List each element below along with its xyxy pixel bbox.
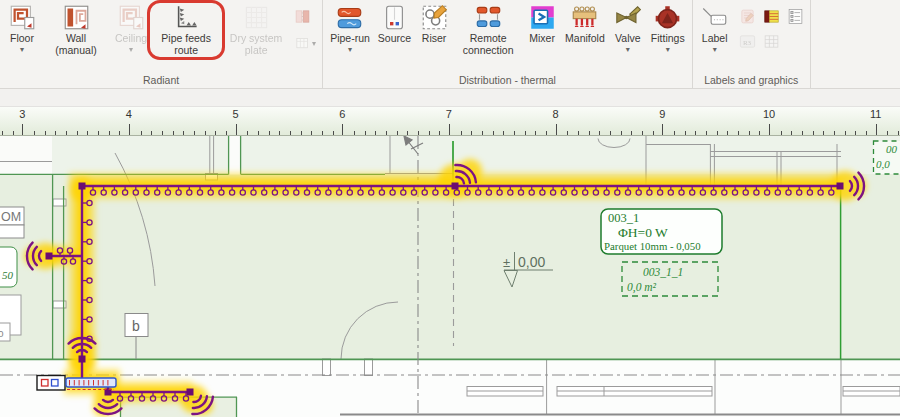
floor-button[interactable]: Floor▾ [3,1,41,65]
label-icon [701,4,728,31]
grid-table-button[interactable] [762,32,781,51]
dry-system-plate-button[interactable]: Dry system plate [221,1,291,65]
left-box-label: OM [1,210,21,224]
ruler-minor-tick [98,131,99,136]
group-label-radiant: Radiant [3,74,319,88]
riser-button[interactable]: Riser [415,1,453,65]
pipe-feeds-route-button[interactable]: Pipe feeds route [151,1,221,65]
manifold-button[interactable]: Manifold [561,1,609,65]
ceiling-button[interactable]: Ceiling▾ [111,1,151,65]
ruler-minor-tick [45,131,46,136]
ruler-major-tick [556,124,557,135]
ruler-minor-tick [226,131,227,136]
ruler-minor-tick [354,131,355,136]
ruler-major-tick [342,124,343,135]
left-green-label: 50 [2,269,14,281]
wall-manual-label: Wall (manual) [45,33,107,57]
radiant-extra: ▾ [291,1,319,53]
room-heat: ΦH=0 W [618,225,668,240]
schedule-button[interactable] [786,7,805,26]
dropdown-caret-icon: ▾ [312,40,316,48]
level-value: 0,00 [518,254,545,270]
label-label: Label [702,33,728,45]
ruler-minor-tick [194,131,195,136]
group-label-labels-graphics: Labels and graphics [696,74,807,88]
source-button[interactable]: Source [374,1,415,65]
ruler-minor-tick [418,131,419,136]
ruler-major-tick [236,124,237,135]
legend-button[interactable] [762,7,781,26]
corner-zone-label[interactable]: 00 0,0 [874,141,900,174]
mixer-button[interactable]: Mixer [523,1,561,65]
riser-icon [421,4,448,31]
dropdown-caret-icon: ▾ [666,46,670,54]
svg-text:b: b [132,318,140,334]
ribbon: Floor▾Wall (manual)Ceiling▾Pipe feeds ro… [0,0,900,89]
icon-row [738,7,805,26]
ruler-minor-tick [706,131,707,136]
ruler-minor-tick [759,131,760,136]
ruler-minor-tick [66,131,67,136]
dropdown-caret-icon: ▾ [20,46,24,54]
dropdown-caret-icon: ▾ [713,46,717,54]
dropdown-caret-icon: ▾ [348,46,352,54]
ribbon-group-distribution-thermal: Pipe-run▾SourceRiserRemote connectionMix… [323,0,693,88]
panels-button[interactable] [293,7,317,26]
ribbon-group-radiant: Floor▾Wall (manual)Ceiling▾Pipe feeds ro… [0,0,323,88]
ruler-minor-tick [642,131,643,136]
ruler-minor-tick [493,131,494,136]
ruler-minor-tick [386,131,387,136]
label-button[interactable]: Label▾ [696,1,734,65]
ruler-minor-tick [482,131,483,136]
wall-manual-button[interactable]: Wall (manual) [41,1,111,65]
small-grid-icon [294,35,311,52]
ruler-minor-tick [802,131,803,136]
ruler-number: 11 [870,108,881,120]
zone-number: 003_1_1 [643,266,683,278]
valve-icon [614,4,641,31]
ruler-minor-tick [2,131,3,136]
manifold-icon [571,4,598,31]
plate-options-button[interactable]: ▾ [293,34,317,53]
ruler-minor-tick [407,131,408,136]
ruler-minor-tick [589,131,590,136]
ruler-minor-tick [162,131,163,136]
pipe-run-button[interactable]: Pipe-run▾ [326,1,374,65]
ruler-major-tick [876,124,877,135]
edit-note-button[interactable] [738,7,757,26]
ruler-minor-tick [173,131,174,136]
ruler-minor-tick [535,131,536,136]
r3-button[interactable] [738,32,757,51]
horizontal-ruler: 34567891011 [0,107,900,136]
ruler-minor-tick [781,131,782,136]
dry-system-plate-label: Dry system plate [225,33,287,57]
ruler-minor-tick [823,131,824,136]
ruler-minor-tick [525,131,526,136]
ruler-minor-tick [599,131,600,136]
ruler-minor-tick [717,131,718,136]
floor-plan[interactable]: OM 50 o b ± 0,00 003_1 ΦH=0 W Parquet 10… [0,136,900,417]
room-label[interactable]: 003_1 ΦH=0 W Parquet 10mm - 0,050 [601,209,722,254]
partial-o-label: o [0,328,4,339]
ruler-minor-tick [397,131,398,136]
ruler-minor-tick [738,131,739,136]
ruler-minor-tick [333,131,334,136]
ruler-minor-tick [183,131,184,136]
ruler-minor-tick [301,131,302,136]
valve-button[interactable]: Valve▾ [609,1,647,65]
legend-bar-icon [763,8,780,25]
ruler-minor-tick [653,131,654,136]
fittings-button[interactable]: Fittings▾ [647,1,689,65]
corner-area: 0,0 [876,158,890,170]
ruler-minor-tick [471,131,472,136]
ruler-minor-tick [141,131,142,136]
application-window: Floor▾Wall (manual)Ceiling▾Pipe feeds ro… [0,0,900,417]
list-icon [787,8,804,25]
ruler-minor-tick [109,131,110,136]
remote-connection-button[interactable]: Remote connection [453,1,523,65]
ribbon-canvas-gap [0,89,900,107]
drawing-canvas[interactable]: OM 50 o b ± 0,00 003_1 ΦH=0 W Parquet 10… [0,136,900,417]
ruler-number: 10 [763,108,775,120]
r3-icon [739,33,756,50]
zone-area: 0,0 m² [627,281,657,294]
